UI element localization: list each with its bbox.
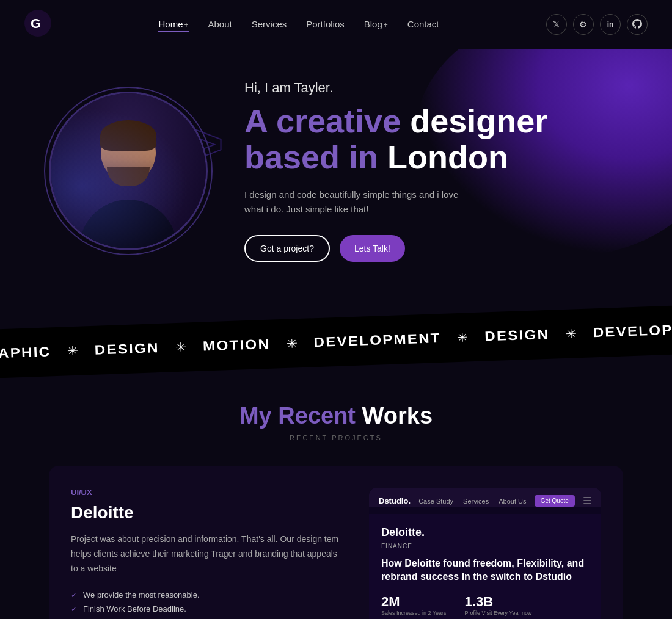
preview-cta: Get Quote xyxy=(535,495,575,507)
feature-item-2: ✓ Finish Work Before Deadline. xyxy=(71,604,345,614)
hero-avatar-wrapper xyxy=(49,92,208,250)
twitter-icon: 𝕏 xyxy=(553,20,560,29)
project-tag: UI/UX xyxy=(71,488,345,497)
preview-content: Deloitte. FINANCE How Deloitte found fre… xyxy=(369,514,601,619)
nav-item-contact[interactable]: Contact xyxy=(407,19,439,30)
nav-link-about[interactable]: About xyxy=(208,19,232,29)
feature-item-1: ✓ We provide the most reasonable. xyxy=(71,590,345,599)
hero-greeting: Hi, I am Tayler. xyxy=(244,80,547,96)
lets-talk-button[interactable]: Lets Talk! xyxy=(340,235,405,262)
project-description: Project was about precision and informat… xyxy=(71,532,345,576)
browser-nav: Case Study Services About Us xyxy=(418,498,526,505)
settings-icon: ⚙ xyxy=(579,20,587,29)
preview-logo: Dstudio. xyxy=(379,496,411,505)
check-icon-1: ✓ xyxy=(71,591,77,599)
works-section: My Recent Works RECENT PROJECTS UI/UX De… xyxy=(0,366,672,619)
hero-title: A creative designer based in London xyxy=(244,103,547,176)
hero-section: < / > Hi, I am Tayler. A creativ xyxy=(0,49,672,305)
nav-social-icons: 𝕏 ⚙ in xyxy=(546,14,648,35)
check-icon-2: ✓ xyxy=(71,605,77,614)
github-icon-button[interactable] xyxy=(627,14,648,35)
works-subtitle: RECENT PROJECTS xyxy=(49,434,623,441)
navbar: G Home+ About Services Portfolios Blog+ xyxy=(0,0,672,49)
nav-item-blog[interactable]: Blog+ xyxy=(364,19,388,30)
twitter-icon-button[interactable]: 𝕏 xyxy=(546,14,567,35)
nav-link-services[interactable]: Services xyxy=(252,19,287,29)
nav-links: Home+ About Services Portfolios Blog+ Co xyxy=(158,19,439,30)
project-card-deloitte: UI/UX Deloitte Project was about precisi… xyxy=(49,466,623,619)
nav-item-about[interactable]: About xyxy=(208,19,232,30)
nav-item-portfolios[interactable]: Portfolios xyxy=(306,19,345,30)
project-features: ✓ We provide the most reasonable. ✓ Fini… xyxy=(71,590,345,619)
avatar xyxy=(49,92,208,250)
nav-link-portfolios[interactable]: Portfolios xyxy=(306,19,345,29)
settings-icon-button[interactable]: ⚙ xyxy=(573,14,594,35)
preview-stats: 2M Sales Increased in 2 Years 1.3B Profi… xyxy=(381,594,589,617)
nav-item-home[interactable]: Home+ xyxy=(158,19,188,30)
hero-buttons: Got a project? Lets Talk! xyxy=(244,235,547,262)
works-title: My Recent Works xyxy=(49,403,623,429)
project-info: UI/UX Deloitte Project was about precisi… xyxy=(71,488,345,619)
works-header: My Recent Works RECENT PROJECTS xyxy=(49,403,623,441)
github-icon xyxy=(632,19,642,31)
hero-content: Hi, I am Tayler. A creative designer bas… xyxy=(244,80,547,262)
preview-browser: Dstudio. Case Study Services About Us Ge… xyxy=(369,488,601,507)
hamburger-icon: ☰ xyxy=(583,495,591,507)
svg-text:G: G xyxy=(31,16,41,31)
nav-link-blog[interactable]: Blog+ xyxy=(364,19,388,29)
linkedin-icon: in xyxy=(607,20,614,29)
nav-link-home[interactable]: Home+ xyxy=(158,19,188,32)
project-preview: Dstudio. Case Study Services About Us Ge… xyxy=(369,488,601,619)
logo[interactable]: G xyxy=(24,10,51,39)
linkedin-icon-button[interactable]: in xyxy=(600,14,621,35)
preview-headline: How Deloitte found freedom, Flexibility,… xyxy=(381,557,589,584)
stat-13b: 1.3B Profile Visit Every Year now xyxy=(465,594,532,617)
stat-2m: 2M Sales Increased in 2 Years xyxy=(381,594,447,617)
hero-description: I design and code beautifully simple thi… xyxy=(244,187,477,217)
preview-finance-tag: FINANCE xyxy=(381,543,589,549)
nav-item-services[interactable]: Services xyxy=(252,19,287,30)
nav-link-contact[interactable]: Contact xyxy=(407,19,439,29)
marquee-item: GRAPHIC ✳ DESIGN ✳ MOTION ✳ DEVELOPMENT … xyxy=(0,314,672,363)
project-name: Deloitte xyxy=(71,503,345,523)
browser-bar: Dstudio. Case Study Services About Us Ge… xyxy=(379,495,591,507)
got-project-button[interactable]: Got a project? xyxy=(244,235,330,262)
preview-company: Deloitte. xyxy=(381,526,589,539)
